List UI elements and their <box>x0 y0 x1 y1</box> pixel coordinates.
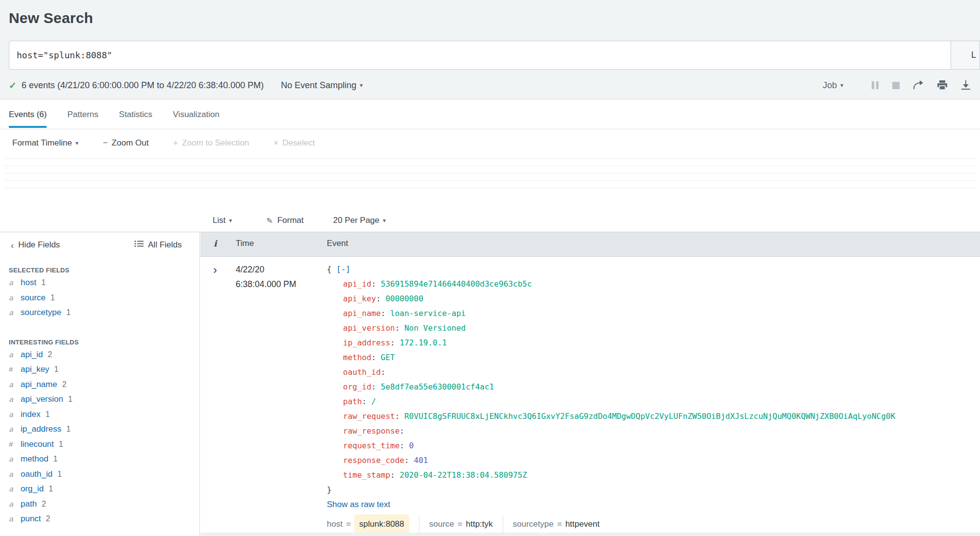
field-type-icon: a <box>9 425 21 434</box>
json-value[interactable]: GET <box>381 353 395 362</box>
format-results-button[interactable]: ✎ Format <box>267 216 304 225</box>
tab[interactable]: Visualization <box>173 100 220 129</box>
event-meta-field: host = splunk:8088 <box>327 516 409 533</box>
event-row: › 4/22/20 6:38:04.000 PM { [-] api_id: 5… <box>200 257 980 533</box>
json-value[interactable]: / <box>371 397 376 406</box>
field-row[interactable]: # linecount 1 <box>0 439 199 455</box>
json-value[interactable]: 5e8df7ea55e6300001cf4ac1 <box>381 382 494 391</box>
json-value[interactable]: 536915894e71466440400d3ce963cb5c <box>381 279 532 289</box>
tab[interactable]: Statistics <box>119 100 152 129</box>
download-icon[interactable] <box>960 80 971 90</box>
json-key[interactable]: org_id <box>343 382 371 391</box>
json-key[interactable]: oauth_id <box>343 367 381 377</box>
field-row[interactable]: a org_id 1 <box>0 484 199 499</box>
field-row[interactable]: a source 1 <box>0 293 199 308</box>
json-key[interactable]: api_version <box>343 323 395 333</box>
field-row[interactable]: a path 2 <box>0 499 199 514</box>
json-key[interactable]: path <box>343 397 362 406</box>
timeline-gridline <box>4 180 976 181</box>
json-key[interactable]: response_code <box>343 456 404 465</box>
json-value[interactable]: 401 <box>414 456 428 465</box>
field-row[interactable]: a oauth_id 1 <box>0 469 199 485</box>
meta-field-value[interactable]: splunk:8088 <box>354 514 409 534</box>
json-colon: : <box>395 323 404 333</box>
event-timeline-chart[interactable] <box>4 157 976 189</box>
hide-fields-button[interactable]: ‹ Hide Fields <box>11 240 60 250</box>
event-time: 4/22/20 6:38:04.000 PM <box>236 262 296 292</box>
json-key[interactable]: time_stamp <box>343 470 390 480</box>
field-row[interactable]: a ip_address 1 <box>0 424 199 439</box>
field-type-icon: a <box>9 350 21 359</box>
open-brace: { <box>327 265 336 274</box>
timeline-gridline <box>4 188 976 188</box>
json-value[interactable]: 172.19.0.1 <box>400 338 447 347</box>
json-value[interactable]: 00000000 <box>386 294 423 303</box>
json-value[interactable]: loan-service-api <box>390 309 466 318</box>
field-count: 2 <box>46 514 50 523</box>
field-row[interactable]: a host 1 <box>0 278 199 293</box>
show-as-raw-text-link[interactable]: Show as raw text <box>327 497 390 512</box>
meta-field-value[interactable]: http:tyk <box>466 517 493 532</box>
print-icon[interactable] <box>937 80 948 90</box>
events-table: i Time Event › 4/22/20 6:38:04.000 PM { … <box>200 232 980 536</box>
format-results-label: Format <box>277 216 304 225</box>
json-key[interactable]: api_name <box>343 309 381 318</box>
meta-field-value[interactable]: httpevent <box>565 517 600 532</box>
json-key[interactable]: raw_request <box>343 412 395 421</box>
field-type-icon: a <box>9 500 21 509</box>
pencil-icon: ✎ <box>267 216 273 225</box>
per-page-dropdown[interactable]: 20 Per Page ▾ <box>333 216 386 225</box>
event-date: 4/22/20 <box>236 262 296 277</box>
json-value[interactable]: Non Versioned <box>404 323 466 333</box>
search-input[interactable]: host="splunk:8088" <box>9 41 951 70</box>
field-row[interactable]: a api_version 1 <box>0 394 199 410</box>
json-value[interactable]: R0VUIC8gSFRUUC8xLjENCkhvc3Q6IGxvY2FsaG9z… <box>404 412 895 421</box>
event-meta-field: sourcetype = httpevent <box>503 516 600 533</box>
list-view-label: List <box>213 216 225 225</box>
field-count: 1 <box>68 395 73 404</box>
field-row[interactable]: a api_name 2 <box>0 380 199 395</box>
json-key[interactable]: method <box>343 353 371 362</box>
time-range-picker[interactable]: L <box>951 41 980 70</box>
field-row[interactable]: # api_key 1 <box>0 365 199 380</box>
json-key[interactable]: raw_response <box>343 426 400 436</box>
all-fields-button[interactable]: All Fields <box>134 240 182 250</box>
field-row[interactable]: a api_id 2 <box>0 350 199 365</box>
field-count: 2 <box>62 380 67 389</box>
json-key[interactable]: api_id <box>343 279 371 289</box>
event-sampling-label: No Event Sampling <box>281 80 356 91</box>
field-name: method <box>21 454 49 464</box>
job-dropdown[interactable]: Job ▾ <box>823 80 843 91</box>
event-sampling-dropdown[interactable]: No Event Sampling ▾ <box>281 80 363 91</box>
json-key[interactable]: api_key <box>343 294 376 303</box>
field-type-icon: # <box>9 440 21 448</box>
tab[interactable]: Events (6) <box>9 100 47 129</box>
field-name: ip_address <box>21 424 61 434</box>
field-row[interactable]: a punct 2 <box>0 514 199 529</box>
json-field-line: oauth_id: <box>327 365 980 380</box>
json-value[interactable]: 0 <box>409 441 414 450</box>
field-row[interactable]: a sourcetype 1 <box>0 308 199 323</box>
json-value[interactable]: 2020-04-22T18:38:04.580975Z <box>400 470 527 480</box>
json-collapse-control[interactable]: [-] <box>336 265 350 274</box>
stop-icon <box>892 82 900 89</box>
all-fields-label: All Fields <box>148 240 182 250</box>
expand-chevron-icon[interactable]: › <box>213 265 217 275</box>
field-row[interactable]: a index 1 <box>0 410 199 425</box>
field-row[interactable]: a method 1 <box>0 454 199 469</box>
json-key[interactable]: ip_address <box>343 338 390 347</box>
json-key[interactable]: request_time <box>343 441 400 450</box>
tab[interactable]: Patterns <box>67 100 98 129</box>
per-page-label: 20 Per Page <box>333 216 380 225</box>
json-colon: : <box>362 397 371 406</box>
field-count: 2 <box>42 500 46 509</box>
deselect-label: Deselect <box>282 138 315 148</box>
format-timeline-dropdown[interactable]: Format Timeline ▾ <box>12 138 78 148</box>
list-view-dropdown[interactable]: List ▾ <box>213 216 232 225</box>
field-count: 1 <box>59 440 63 449</box>
json-field-line: api_name: loan-service-api <box>327 306 980 321</box>
zoom-out-button[interactable]: − Zoom Out <box>103 138 149 148</box>
share-icon[interactable] <box>912 80 924 90</box>
field-type-icon: a <box>9 293 21 302</box>
caret-down-icon: ▾ <box>360 82 363 89</box>
